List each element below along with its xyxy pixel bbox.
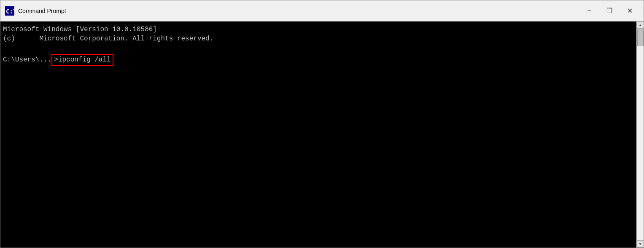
scrollbar-thumb[interactable] [637, 29, 644, 46]
cmd-icon: C:\ [5, 6, 15, 16]
titlebar: C:\ Command Prompt − ❐ ✕ [0, 0, 644, 21]
scroll-up-arrow[interactable]: ▲ [637, 21, 644, 29]
scrollbar[interactable]: ▲ ▼ [636, 21, 644, 248]
window-title: Command Prompt [18, 8, 579, 14]
command-text: >ipconfig /all [51, 54, 113, 66]
terminal-line-2: (c) Microsoft Corporation. All rights re… [3, 34, 634, 43]
scroll-down-arrow[interactable]: ▼ [637, 240, 644, 248]
prompt-prefix: C:\Users\... [3, 55, 51, 64]
command-line: C:\Users\... >ipconfig /all [3, 54, 634, 66]
terminal-body[interactable]: Microsoft Windows [Version 10.0.10586] (… [0, 21, 644, 248]
window-controls: − ❐ ✕ [579, 4, 639, 18]
terminal-line-1: Microsoft Windows [Version 10.0.10586] [3, 25, 634, 34]
terminal-line-3 [3, 44, 634, 53]
scrollbar-track[interactable] [637, 29, 644, 240]
minimize-button[interactable]: − [579, 4, 599, 18]
terminal-content[interactable]: Microsoft Windows [Version 10.0.10586] (… [0, 21, 636, 248]
maximize-button[interactable]: ❐ [600, 4, 619, 18]
svg-text:C:\: C:\ [6, 8, 14, 15]
command-prompt-window: C:\ Command Prompt − ❐ ✕ Microsoft Windo… [0, 0, 644, 248]
close-button[interactable]: ✕ [620, 4, 639, 18]
